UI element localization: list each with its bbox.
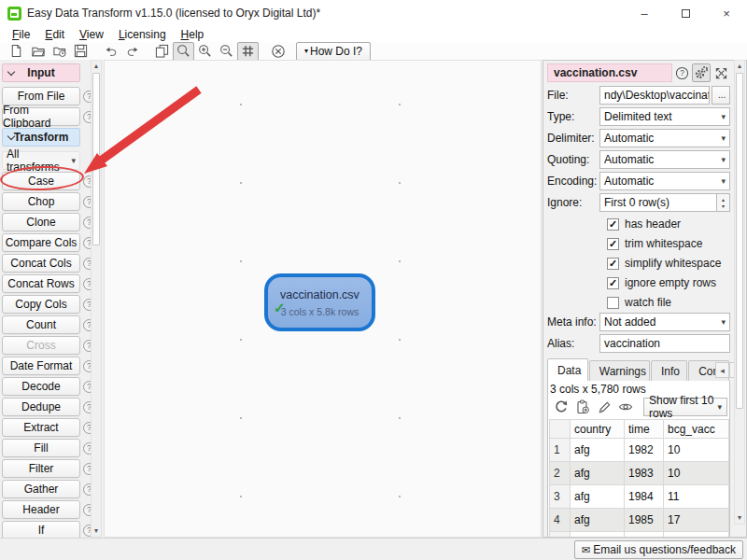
tab-data[interactable]: Data bbox=[547, 358, 588, 381]
column-header-country[interactable]: country bbox=[571, 420, 625, 439]
transform-item-fill[interactable]: Fill bbox=[2, 439, 80, 457]
input-item-from-file[interactable]: From File bbox=[2, 87, 80, 105]
table-cell[interactable]: 1985 bbox=[625, 509, 664, 532]
menu-view[interactable]: View bbox=[72, 28, 111, 41]
tab-warnings[interactable]: Warnings bbox=[589, 360, 650, 381]
zoom-out-icon[interactable] bbox=[216, 42, 237, 61]
save-icon[interactable] bbox=[70, 42, 92, 61]
scroll-up-icon[interactable]: ▴ bbox=[92, 61, 101, 72]
table-cell[interactable]: 1983 bbox=[625, 462, 664, 485]
table-row[interactable]: 2afg198310 bbox=[550, 462, 729, 485]
transform-item-cross[interactable]: Cross bbox=[2, 336, 80, 355]
right-panel-scrollbar-thumb[interactable] bbox=[736, 73, 743, 409]
help-icon[interactable]: ? bbox=[673, 63, 692, 82]
new-file-icon[interactable] bbox=[6, 42, 27, 61]
sidebar-scrollbar[interactable]: ▴ ▾ bbox=[91, 60, 102, 538]
copy-icon[interactable] bbox=[151, 42, 173, 61]
meta-info-select[interactable]: Not added ▾ bbox=[599, 313, 730, 331]
row-number-cell[interactable]: 4 bbox=[550, 509, 571, 532]
minimize-button[interactable]: – bbox=[624, 0, 665, 26]
input-section-header[interactable]: Input bbox=[2, 63, 80, 82]
checkbox-icon[interactable]: ✓ bbox=[607, 238, 619, 250]
transform-item-if[interactable]: If bbox=[2, 521, 80, 539]
zoom-icon[interactable] bbox=[173, 42, 194, 61]
table-row[interactable]: 1afg198210 bbox=[550, 439, 729, 462]
transform-filter-dropdown[interactable]: All transforms ▾ bbox=[2, 151, 80, 170]
how-do-i-button[interactable]: ▾How Do I? bbox=[296, 42, 371, 61]
table-cell[interactable]: afg bbox=[571, 439, 625, 462]
email-feedback-button[interactable]: ✉ Email us questions/feedback bbox=[574, 540, 743, 559]
transform-item-concat-cols[interactable]: Concat Cols bbox=[2, 254, 80, 273]
menu-licensing[interactable]: Licensing bbox=[111, 28, 174, 41]
cancel-icon[interactable] bbox=[267, 42, 289, 61]
transform-item-clone[interactable]: Clone bbox=[2, 213, 80, 231]
transform-item-decode[interactable]: Decode bbox=[2, 377, 80, 396]
transform-item-concat-rows[interactable]: Concat Rows bbox=[2, 274, 80, 293]
rows-shown-dropdown[interactable]: Show first 10 rows ▾ bbox=[643, 398, 727, 416]
close-button[interactable]: × bbox=[706, 0, 747, 26]
column-header-time[interactable]: time bbox=[625, 420, 664, 439]
transform-item-date-format[interactable]: Date Format bbox=[2, 357, 80, 375]
checkbox-icon[interactable]: ✓ bbox=[607, 277, 619, 289]
alias-input[interactable]: vaccination bbox=[599, 334, 730, 353]
quoting-select[interactable]: Automatic▾ bbox=[599, 150, 730, 169]
transform-item-header[interactable]: Header bbox=[2, 500, 80, 519]
menu-file[interactable]: File bbox=[5, 28, 37, 41]
tab-scroll-left-icon[interactable]: ◂ bbox=[715, 362, 729, 378]
row-number-cell[interactable]: 3 bbox=[550, 485, 571, 509]
transform-section-header[interactable]: Transform bbox=[2, 128, 80, 147]
encoding-select[interactable]: Automatic▾ bbox=[599, 172, 730, 190]
table-cell[interactable]: 1984 bbox=[625, 485, 664, 509]
table-cell[interactable]: 1982 bbox=[625, 439, 664, 462]
open-folder-icon[interactable] bbox=[27, 42, 49, 61]
checkbox-simplify-whitespace[interactable]: ✓simplify whitespace bbox=[607, 254, 730, 273]
paste-add-icon[interactable] bbox=[572, 398, 593, 416]
transform-item-compare-cols[interactable]: Compare Cols bbox=[2, 233, 80, 252]
table-cell[interactable]: afg bbox=[571, 485, 625, 509]
redo-icon[interactable] bbox=[121, 42, 143, 61]
table-cell[interactable]: afg bbox=[571, 509, 625, 532]
column-header-bcg_vacc[interactable]: bcg_vacc bbox=[664, 420, 729, 439]
browse-file-button[interactable]: ... bbox=[712, 86, 730, 105]
checkbox-trim-whitespace[interactable]: ✓trim whitespace bbox=[607, 234, 730, 253]
transform-item-extract[interactable]: Extract bbox=[2, 418, 80, 437]
refresh-icon[interactable] bbox=[551, 398, 571, 416]
undo-icon[interactable] bbox=[100, 42, 121, 61]
checkbox-ignore-empty-rows[interactable]: ✓ignore empty rows bbox=[607, 273, 730, 292]
transform-item-filter[interactable]: Filter bbox=[2, 459, 80, 478]
row-number-cell[interactable]: 2 bbox=[550, 462, 571, 485]
grid-icon[interactable] bbox=[237, 42, 259, 61]
checkbox-icon[interactable]: ✓ bbox=[607, 258, 619, 270]
checkbox-icon[interactable] bbox=[607, 297, 619, 309]
delimiter-select[interactable]: Automatic▾ bbox=[599, 129, 730, 147]
tab-info[interactable]: Info bbox=[651, 360, 687, 381]
transform-item-copy-cols[interactable]: Copy Cols bbox=[2, 295, 80, 314]
recent-folder-icon[interactable] bbox=[49, 42, 70, 61]
menu-help[interactable]: Help bbox=[174, 28, 212, 41]
row-number-header[interactable] bbox=[550, 420, 571, 439]
table-row[interactable]: 3afg198411 bbox=[550, 485, 729, 509]
transform-item-dedupe[interactable]: Dedupe bbox=[2, 398, 80, 416]
zoom-in-icon[interactable] bbox=[194, 42, 216, 61]
table-cell[interactable]: 10 bbox=[664, 439, 729, 462]
transform-item-chop[interactable]: Chop bbox=[2, 192, 80, 211]
spinner-down-icon[interactable]: ▾ bbox=[722, 203, 725, 209]
checkbox-has-header[interactable]: ✓has header bbox=[607, 215, 730, 233]
spinner-up-icon[interactable]: ▴ bbox=[722, 196, 725, 203]
eye-icon[interactable] bbox=[615, 398, 636, 416]
sidebar-scrollbar-thumb[interactable] bbox=[92, 73, 100, 245]
right-panel-scrollbar[interactable]: ▴ ▾ bbox=[734, 60, 745, 525]
menu-edit[interactable]: Edit bbox=[37, 28, 72, 41]
checkbox-icon[interactable]: ✓ bbox=[607, 218, 619, 231]
transform-item-gather[interactable]: Gather bbox=[2, 480, 80, 498]
checkbox-watch-file[interactable]: watch file bbox=[607, 293, 730, 312]
scroll-down-icon[interactable]: ▾ bbox=[92, 525, 101, 537]
table-cell[interactable]: 11 bbox=[664, 485, 729, 509]
scroll-up-icon[interactable]: ▴ bbox=[735, 61, 744, 72]
file-path-field[interactable]: ndy\Desktop\vaccination.csv bbox=[599, 86, 710, 105]
maximize-button[interactable] bbox=[665, 0, 706, 26]
input-item-from-clipboard[interactable]: From Clipboard bbox=[2, 107, 80, 126]
canvas[interactable]: ✓ vaccination.csv 3 cols x 5.8k rows bbox=[104, 60, 542, 538]
settings-gears-icon[interactable] bbox=[692, 63, 711, 82]
spinner-buttons[interactable]: ▴▾ bbox=[717, 193, 730, 212]
